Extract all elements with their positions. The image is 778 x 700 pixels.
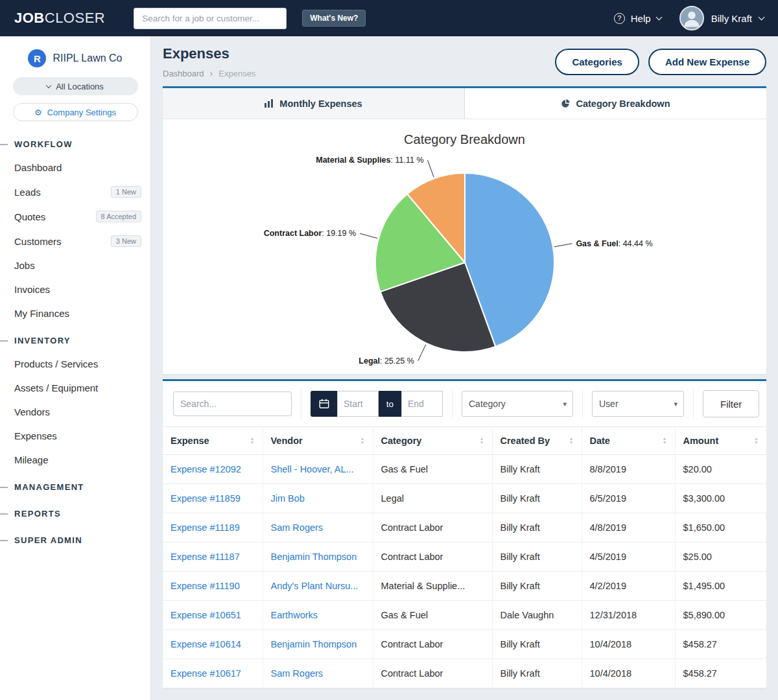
sidebar-item-leads[interactable]: Leads1 New: [0, 180, 150, 204]
pie-label-legal: Legal: 25.25 %: [359, 356, 414, 366]
column-header-inner: Vendor▲▼: [271, 436, 365, 446]
cell-created-by: Billy Kraft: [492, 630, 582, 659]
end-date-input[interactable]: [401, 391, 443, 417]
tab-category-breakdown[interactable]: Category Breakdown: [464, 88, 766, 119]
cell-amount: $25.00: [675, 542, 766, 572]
global-search-input[interactable]: [134, 8, 287, 29]
sidebar-item-mileage[interactable]: Mileage: [0, 448, 150, 472]
sidebar-item-products-services[interactable]: Products / Services: [0, 352, 150, 376]
breadcrumb-expenses: Expenses: [218, 69, 255, 78]
pie-label-material-supplies: Material & Supplies: 11.11 %: [316, 156, 423, 165]
vendor-link[interactable]: Sam Rogers: [271, 668, 324, 679]
category-pie-chart: Gas & Fuel: 44.44 %Legal: 25.25 %Contrac…: [163, 148, 766, 374]
sort-icon[interactable]: ▲▼: [250, 437, 255, 445]
vendor-link[interactable]: Earthworks: [271, 610, 318, 620]
column-header-amount[interactable]: Amount▲▼: [675, 427, 766, 455]
sort-icon[interactable]: ▲▼: [360, 437, 365, 445]
all-locations-dropdown[interactable]: All Locations: [13, 77, 138, 95]
sort-icon[interactable]: ▲▼: [663, 437, 667, 445]
pie-label-leader-line: [360, 233, 377, 239]
app-logo[interactable]: JOBCLOSER: [14, 10, 105, 27]
sidebar-item-jobs[interactable]: Jobs: [0, 253, 150, 277]
column-header-date[interactable]: Date▲▼: [582, 427, 675, 455]
cell-created-by: Dale Vaughn: [492, 601, 582, 630]
avatar-silhouette: [681, 7, 703, 29]
sidebar-item-invoices[interactable]: Invoices: [0, 277, 150, 301]
sidebar-section-inventory[interactable]: INVENTORY: [0, 325, 150, 352]
help-menu[interactable]: ? Help: [614, 13, 661, 24]
sidebar-item-label: Quotes: [14, 211, 45, 222]
sidebar-item-my-finances[interactable]: My Finances: [0, 301, 150, 325]
sidebar-item-customers[interactable]: Customers3 New: [0, 229, 150, 253]
column-header-created-by[interactable]: Created By▲▼: [492, 427, 582, 455]
whats-new-button[interactable]: What's New?: [302, 10, 366, 27]
column-header-inner: Category▲▼: [381, 436, 484, 446]
vendor-link[interactable]: Andy's Plant Nursu...: [271, 581, 359, 591]
cell-amount: $1,495.00: [675, 572, 766, 601]
category-select-wrap: Category: [462, 391, 573, 417]
section-dash: [0, 513, 8, 515]
page-header-left: Expenses Dashboard › Expenses: [163, 45, 255, 78]
expense-link[interactable]: Expense #11859: [171, 493, 241, 504]
table-body: Expense #12092Shell - Hoover, AL...Gas &…: [163, 455, 766, 688]
sidebar-section-workflow[interactable]: WORKFLOW: [0, 129, 150, 156]
table-row: Expense #11190Andy's Plant Nursu...Mater…: [163, 572, 766, 601]
cell-created-by: Billy Kraft: [492, 659, 582, 688]
sidebar-section-super-admin[interactable]: SUPER ADMIN: [0, 525, 150, 552]
sidebar-section-management[interactable]: MANAGEMENT: [0, 472, 150, 498]
categories-button[interactable]: Categories: [555, 49, 639, 75]
sidebar-item-label: Vendors: [14, 406, 50, 417]
add-new-expense-button[interactable]: Add New Expense: [648, 49, 766, 75]
breadcrumb-dashboard[interactable]: Dashboard: [163, 69, 204, 78]
vendor-link[interactable]: Benjamin Thompson: [271, 639, 357, 649]
expense-link[interactable]: Expense #12092: [171, 464, 241, 474]
column-header-category[interactable]: Category▲▼: [373, 427, 492, 455]
calendar-button[interactable]: [311, 391, 337, 417]
expense-link[interactable]: Expense #10651: [171, 610, 241, 620]
filter-category-group: Category: [452, 390, 582, 418]
section-dash: [0, 540, 8, 541]
column-label: Category: [381, 436, 422, 446]
column-label: Vendor: [271, 436, 303, 446]
cell-expense: Expense #11189: [163, 513, 263, 542]
column-header-inner: Amount▲▼: [683, 436, 759, 446]
vendor-link[interactable]: Shell - Hoover, AL...: [271, 464, 354, 474]
sidebar-item-label: Customers: [14, 236, 62, 247]
column-header-vendor[interactable]: Vendor▲▼: [263, 427, 373, 455]
sort-icon[interactable]: ▲▼: [480, 437, 484, 445]
section-dash: [0, 144, 8, 145]
sort-icon[interactable]: ▲▼: [754, 437, 759, 445]
sidebar-item-vendors[interactable]: Vendors: [0, 400, 150, 424]
chevron-down-icon: [759, 14, 765, 20]
tab-monthly-expenses[interactable]: Monthly Expenses: [163, 88, 464, 119]
expense-link[interactable]: Expense #11189: [171, 522, 240, 533]
sidebar-item-dashboard[interactable]: Dashboard: [0, 156, 150, 180]
sort-icon[interactable]: ▲▼: [569, 437, 574, 445]
expense-link[interactable]: Expense #10614: [171, 639, 241, 649]
column-header-expense[interactable]: Expense▲▼: [163, 427, 263, 455]
vendor-link[interactable]: Sam Rogers: [271, 522, 324, 533]
section-label: SUPER ADMIN: [14, 535, 82, 545]
expense-link[interactable]: Expense #10617: [171, 668, 241, 679]
table-row: Expense #12092Shell - Hoover, AL...Gas &…: [163, 455, 766, 484]
sidebar-item-expenses[interactable]: Expenses: [0, 424, 150, 448]
pie-label-contract-labor: Contract Labor: 19.19 %: [264, 229, 356, 238]
user-select[interactable]: User: [592, 391, 684, 417]
expense-link[interactable]: Expense #11187: [171, 552, 240, 562]
expense-link[interactable]: Expense #11190: [171, 581, 240, 591]
sidebar-item-label: Assets / Equipment: [14, 382, 98, 393]
company-settings-button[interactable]: ⚙ Company Settings: [13, 103, 138, 121]
filter-button[interactable]: Filter: [703, 390, 759, 417]
sidebar-item-quotes[interactable]: Quotes8 Accepted: [0, 204, 150, 229]
table-search-input[interactable]: [173, 391, 292, 416]
vendor-link[interactable]: Jim Bob: [271, 493, 305, 504]
filter-button-group: Filter: [693, 390, 768, 418]
vendor-link[interactable]: Benjamin Thompson: [271, 552, 357, 562]
sidebar-section-reports[interactable]: REPORTS: [0, 498, 150, 525]
column-header-inner: Expense▲▼: [171, 436, 255, 446]
cell-category: Contract Labor: [373, 542, 492, 572]
sidebar-item-assets-equipment[interactable]: Assets / Equipment: [0, 376, 150, 400]
user-menu[interactable]: Billy Kraft: [679, 6, 764, 30]
category-select[interactable]: Category: [462, 391, 573, 417]
start-date-input[interactable]: [337, 391, 379, 417]
